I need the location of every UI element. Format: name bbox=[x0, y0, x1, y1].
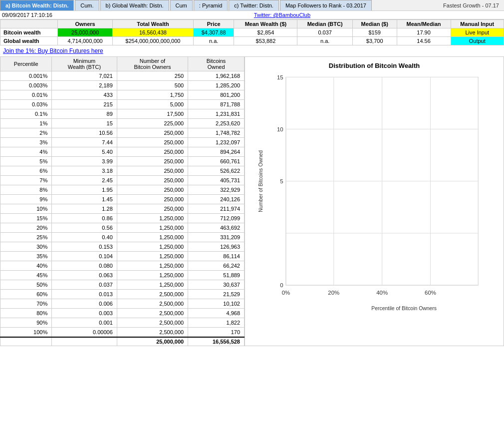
dist-btc: 1,285,200 bbox=[188, 80, 245, 90]
dist-btc: 463,692 bbox=[188, 223, 245, 232]
bitcoin-total-wealth: 16,560,438 bbox=[112, 28, 193, 37]
dist-min: 0.001 bbox=[52, 318, 117, 327]
dist-owners: 250,000 bbox=[117, 185, 188, 194]
dist-row: 80% 0.003 2,500,000 4,968 bbox=[0, 308, 245, 318]
dist-btc: 660,761 bbox=[188, 156, 245, 166]
global-price: n.a. bbox=[193, 37, 234, 45]
dist-owners: 1,250,000 bbox=[117, 242, 188, 251]
dist-btc: 240,126 bbox=[188, 194, 245, 204]
dist-btc: 4,968 bbox=[188, 308, 245, 318]
tab-cum2[interactable]: Cum bbox=[170, 0, 193, 10]
svg-text:10: 10 bbox=[277, 126, 283, 132]
svg-text:Percentile of Bitcoin Owners: Percentile of Bitcoin Owners bbox=[371, 306, 437, 311]
dist-min: 7,021 bbox=[52, 71, 117, 81]
dist-pct: 25% bbox=[0, 232, 52, 242]
dist-owners: 500 bbox=[117, 80, 188, 90]
tab-bitcoin-distn[interactable]: a) Bitcoin Wealth: Distn. bbox=[0, 0, 74, 10]
chart-container: 15 10 5 0 0% 20% 40% 60% Number of Bitco… bbox=[250, 72, 499, 322]
bitcoin-price: $4,307.88 bbox=[193, 28, 234, 37]
dist-row: 0.03% 215 5,000 871,788 bbox=[0, 99, 245, 109]
dist-owners: 225,000 bbox=[117, 118, 188, 128]
dist-row: 4% 5.40 250,000 894,264 bbox=[0, 147, 245, 156]
dist-col-pct: Percentile bbox=[0, 57, 52, 71]
dist-row: 40% 0.080 1,250,000 66,242 bbox=[0, 261, 245, 270]
dist-pct: 8% bbox=[0, 185, 52, 194]
dist-btc: 894,264 bbox=[188, 147, 245, 156]
tab-map[interactable]: Map Followers to Rank - 03.2017 bbox=[280, 0, 372, 10]
bitcoin-row-label: Bitcoin wealth bbox=[0, 28, 58, 37]
dist-row: 35% 0.104 1,250,000 86,114 bbox=[0, 251, 245, 261]
header-row: 09/09/2017 17:10:16 Twitter: @BambouClub bbox=[0, 11, 504, 19]
dist-btc: 1,748,782 bbox=[188, 128, 245, 137]
global-owners: 4,714,000,000 bbox=[58, 37, 113, 45]
global-total-wealth: $254,000,000,000,000 bbox=[112, 37, 193, 45]
dist-btc: 30,637 bbox=[188, 280, 245, 289]
dist-min: 0.063 bbox=[52, 270, 117, 280]
tab-bar: a) Bitcoin Wealth: Distn. Cum. b) Global… bbox=[0, 0, 504, 11]
dist-btc: 86,114 bbox=[188, 251, 245, 261]
dist-pct: 4% bbox=[0, 147, 52, 156]
tab-twitter[interactable]: c) Twitter: Distn. bbox=[229, 0, 279, 10]
dist-owners: 2,500,000 bbox=[117, 318, 188, 327]
chart-title: Distribution of Bitcoin Wealth bbox=[250, 62, 499, 69]
dist-btc: 1,962,168 bbox=[188, 71, 245, 81]
dist-pct: 70% bbox=[0, 299, 52, 308]
dist-min: 0.080 bbox=[52, 261, 117, 270]
svg-text:5: 5 bbox=[280, 178, 283, 184]
dist-row: 0.01% 433 1,750 801,200 bbox=[0, 90, 245, 99]
twitter-link[interactable]: Twitter: @BambouClub bbox=[254, 12, 310, 18]
dist-min: 0.013 bbox=[52, 289, 117, 299]
col-header-total-wealth: Total Wealth bbox=[112, 20, 193, 28]
dist-min: 0.40 bbox=[52, 232, 117, 242]
dist-owners: 250,000 bbox=[117, 175, 188, 185]
dist-pct: 5% bbox=[0, 156, 52, 166]
dist-btc: 211,974 bbox=[188, 204, 245, 213]
bitcoin-median-btc: 0.037 bbox=[297, 28, 352, 37]
dist-pct: 45% bbox=[0, 270, 52, 280]
tab-pyramid[interactable]: : Pyramid bbox=[194, 0, 228, 10]
dist-col-btc: BitcoinsOwned bbox=[188, 57, 245, 71]
dist-min: 433 bbox=[52, 90, 117, 99]
global-row: Global wealth 4,714,000,000 $254,000,000… bbox=[0, 37, 504, 45]
dist-pct: 20% bbox=[0, 223, 52, 232]
svg-text:20%: 20% bbox=[328, 290, 339, 296]
dist-btc: 10,102 bbox=[188, 299, 245, 308]
bitcoin-input-label: Live Input bbox=[451, 28, 504, 37]
dist-owners: 2,500,000 bbox=[117, 289, 188, 299]
dist-owners: 1,250,000 bbox=[117, 270, 188, 280]
dist-min: 2,189 bbox=[52, 80, 117, 90]
dist-min: 1.28 bbox=[52, 204, 117, 213]
tab-global-distn[interactable]: b) Global Wealth: Distn. bbox=[100, 0, 169, 10]
join-link[interactable]: Join the 1%: Buy Bitcoin Futures here bbox=[0, 45, 504, 56]
dist-row: 0.003% 2,189 500 1,285,200 bbox=[0, 80, 245, 90]
dist-btc: 66,242 bbox=[188, 261, 245, 270]
svg-text:15: 15 bbox=[277, 74, 283, 80]
dist-row: 30% 0.153 1,250,000 126,963 bbox=[0, 242, 245, 251]
dist-row: 10% 1.28 250,000 211,974 bbox=[0, 204, 245, 213]
global-mean-wealth: $53,882 bbox=[234, 37, 297, 45]
dist-btc: 126,963 bbox=[188, 242, 245, 251]
dist-owners: 250 bbox=[117, 71, 188, 81]
content-area: Percentile MinimumWealth (BTC) Number of… bbox=[0, 56, 504, 346]
dist-min: 215 bbox=[52, 99, 117, 109]
dist-row: 5% 3.99 250,000 660,761 bbox=[0, 156, 245, 166]
dist-row: 90% 0.001 2,500,000 1,822 bbox=[0, 318, 245, 327]
col-header-empty bbox=[0, 20, 58, 28]
fastest-growth-label: Fastest Growth - 07.17 bbox=[438, 0, 504, 10]
date-display: 09/09/2017 17:10:16 bbox=[2, 12, 52, 18]
dist-pct: 0.1% bbox=[0, 109, 52, 118]
dist-pct: 60% bbox=[0, 289, 52, 299]
dist-row: 8% 1.95 250,000 322,929 bbox=[0, 185, 245, 194]
svg-text:0%: 0% bbox=[282, 290, 290, 296]
dist-btc: 801,200 bbox=[188, 90, 245, 99]
dist-owners: 250,000 bbox=[117, 128, 188, 137]
bitcoin-owners: 25,000,000 bbox=[58, 28, 113, 37]
dist-pct: 1% bbox=[0, 118, 52, 128]
dist-row: 0.001% 7,021 250 1,962,168 bbox=[0, 71, 245, 81]
dist-min: 3.18 bbox=[52, 166, 117, 175]
dist-owners: 1,250,000 bbox=[117, 223, 188, 232]
tab-cum1[interactable]: Cum. bbox=[75, 0, 99, 10]
col-header-mean-wealth: Mean Wealth ($) bbox=[234, 20, 297, 28]
global-median-btc: n.a. bbox=[297, 37, 352, 45]
dist-btc: 2,253,620 bbox=[188, 118, 245, 128]
